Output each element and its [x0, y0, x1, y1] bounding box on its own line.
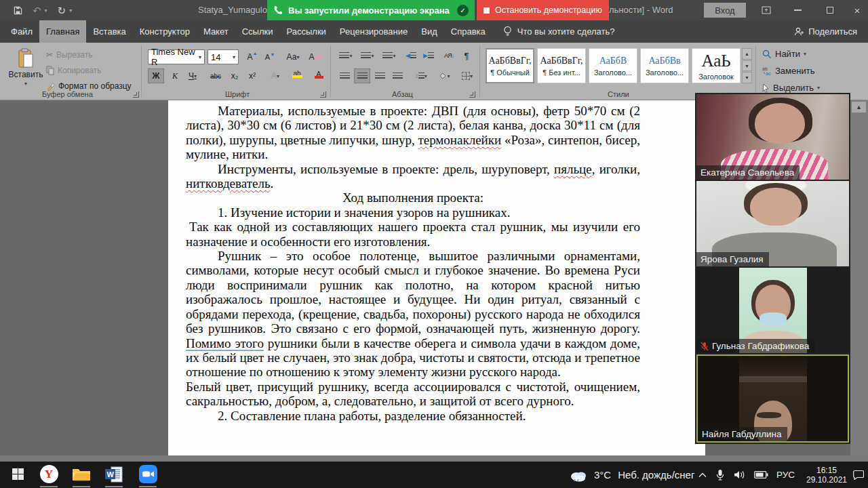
- font-color-button[interactable]: А: [311, 67, 327, 82]
- taskbar-word-button[interactable]: W: [100, 462, 127, 487]
- tell-me-assistant[interactable]: Что вы хотите сделать?: [503, 20, 615, 43]
- redo-icon[interactable]: ↻: [58, 5, 66, 16]
- tray-volume-button[interactable]: [734, 462, 745, 488]
- save-icon[interactable]: [14, 6, 22, 15]
- styles-scroll-up-icon[interactable]: ▲: [742, 48, 752, 60]
- font-dialog-launcher[interactable]: [320, 92, 326, 98]
- tab-справка[interactable]: Справка: [444, 20, 492, 43]
- style-card[interactable]: АаБбВвГг,¶ Обычный: [486, 48, 534, 83]
- styles-more-icon[interactable]: ▼: [742, 72, 752, 83]
- subscript-button[interactable]: x₂: [226, 68, 243, 83]
- tab-главная[interactable]: Главная: [39, 20, 86, 43]
- participant-video-tile[interactable]: Найля Габдуллина: [696, 354, 849, 443]
- minimize-button[interactable]: [785, 0, 810, 20]
- tab-вид[interactable]: Вид: [414, 20, 444, 43]
- document-paragraph[interactable]: Инструменты, используемые в проекте: дре…: [186, 162, 640, 191]
- replace-button[interactable]: abac Заменить: [762, 66, 814, 76]
- close-button[interactable]: ×: [845, 0, 868, 20]
- shrink-font-button[interactable]: А▼: [262, 49, 278, 64]
- tab-рецензирование[interactable]: Рецензирование: [333, 20, 414, 43]
- scroll-up-icon[interactable]: ▲: [852, 102, 866, 113]
- style-card[interactable]: АаБбВЗаголово...: [589, 48, 637, 83]
- document-paragraph[interactable]: Рушник – это особое полотенце, вышитое р…: [186, 249, 640, 380]
- show-marks-button[interactable]: ¶: [458, 48, 475, 63]
- sort-button[interactable]: АЯ↓: [441, 48, 457, 63]
- maximize-button[interactable]: [818, 0, 842, 20]
- font-size-combobox[interactable]: 14 ▾: [208, 49, 239, 64]
- taskbar-yandex-browser-button[interactable]: Y: [35, 462, 62, 487]
- justify-button[interactable]: [389, 68, 406, 83]
- bold-button[interactable]: Ж: [148, 68, 164, 83]
- align-center-button[interactable]: [354, 68, 370, 83]
- participant-video-tile[interactable]: Гульназ Габдрафикова: [696, 268, 849, 353]
- document-paragraph[interactable]: 1. Изучение истории и значения узоров на…: [186, 205, 640, 220]
- taskbar-file-explorer-button[interactable]: [68, 462, 95, 487]
- italic-button[interactable]: К: [167, 68, 183, 83]
- paragraph-dialog-launcher[interactable]: [469, 92, 475, 98]
- tab-рассылки[interactable]: Рассылки: [279, 20, 332, 43]
- customize-qat-icon[interactable]: ▾: [69, 7, 72, 14]
- increase-indent-button[interactable]: ▶: [420, 48, 437, 63]
- document-paragraph[interactable]: Ход выполнения проекта:: [186, 190, 640, 205]
- tray-battery-button[interactable]: [754, 462, 768, 488]
- document-paragraph[interactable]: Белый цвет, присущий рушнику, всегда асс…: [186, 380, 640, 409]
- change-case-button[interactable]: Аа▾: [282, 49, 304, 64]
- clock-widget[interactable]: 16:15 29.10.2021: [804, 462, 849, 488]
- select-button[interactable]: Выделить▾: [762, 83, 820, 93]
- line-spacing-button[interactable]: ↕▾: [411, 68, 431, 83]
- tray-expand-button[interactable]: [698, 462, 707, 488]
- tab-ссылки[interactable]: Ссылки: [235, 20, 280, 43]
- action-center-button[interactable]: [853, 462, 864, 488]
- weather-widget[interactable]: 3°C Неб. дождь/снег: [570, 462, 694, 488]
- styles-scrollbar[interactable]: ▲ ▼ ▼: [742, 48, 752, 83]
- paste-button[interactable]: Вставить ▾: [8, 48, 43, 87]
- undo-icon[interactable]: ↶: [33, 5, 41, 16]
- start-button[interactable]: [4, 462, 31, 487]
- participant-video-tile[interactable]: Ярова Гузалия: [696, 181, 849, 266]
- undo-dropdown-icon[interactable]: ▾: [45, 7, 47, 14]
- bullets-button[interactable]: ▾: [336, 48, 355, 63]
- align-left-button[interactable]: [336, 68, 353, 83]
- sign-in-button[interactable]: Вход: [704, 3, 746, 18]
- clear-formatting-button[interactable]: А: [307, 49, 323, 64]
- superscript-button[interactable]: x²: [244, 68, 260, 83]
- share-button[interactable]: Поделиться: [794, 20, 868, 43]
- document-paragraph[interactable]: Материалы, используемые в проекте: ДВП (…: [186, 104, 640, 162]
- clipboard-dialog-launcher[interactable]: [133, 92, 139, 98]
- taskbar-zoom-button[interactable]: [134, 462, 161, 487]
- shading-button[interactable]: ▾: [434, 68, 454, 83]
- document-paragraph[interactable]: Так как одной из составляющих нашего про…: [186, 220, 640, 249]
- style-card[interactable]: АаБбВвГг,¶ Без инт...: [537, 48, 586, 83]
- tab-макет[interactable]: Макет: [197, 20, 235, 43]
- numbering-button[interactable]: ▾: [358, 48, 377, 63]
- strikethrough-button[interactable]: abc: [208, 68, 224, 83]
- document-scrollbar[interactable]: ▲: [850, 100, 868, 455]
- style-card[interactable]: АаБбВвЗаголово...: [640, 48, 689, 83]
- tray-microphone-button[interactable]: [716, 462, 724, 488]
- tab-файл[interactable]: Файл: [4, 20, 39, 43]
- grow-font-button[interactable]: А▲: [244, 49, 260, 64]
- find-button[interactable]: Найти▾: [762, 49, 806, 59]
- participant-video-tile[interactable]: Екатерина Савельева: [696, 94, 849, 180]
- align-right-button[interactable]: [372, 68, 388, 83]
- cut-button[interactable]: ✂ Вырезать: [46, 50, 92, 60]
- format-painter-button[interactable]: Формат по образцу: [46, 81, 132, 91]
- font-family-combobox[interactable]: Times New R ▾: [148, 49, 205, 64]
- text-effects-button[interactable]: А▾: [267, 68, 283, 83]
- decrease-indent-button[interactable]: ◀: [403, 48, 419, 63]
- tab-конструктор[interactable]: Конструктор: [133, 20, 197, 43]
- borders-button[interactable]: ▾: [457, 68, 477, 83]
- stop-share-button[interactable]: Остановить демонстрацию: [477, 0, 609, 20]
- tab-вставка[interactable]: Вставка: [86, 20, 132, 43]
- ribbon-display-options-button[interactable]: [754, 0, 778, 20]
- highlight-color-button[interactable]: ab: [289, 67, 305, 82]
- language-indicator[interactable]: РУС: [776, 462, 795, 488]
- style-card[interactable]: АаЬЗаголовок: [692, 48, 741, 83]
- document-page[interactable]: Материалы, используемые в проекте: ДВП (…: [168, 100, 705, 455]
- styles-scroll-down-icon[interactable]: ▼: [742, 60, 752, 72]
- copy-button[interactable]: Копировать: [46, 66, 102, 75]
- document-paragraph[interactable]: 2. Составление плана работы, разделение …: [186, 409, 640, 423]
- multilevel-list-button[interactable]: ▾: [380, 48, 399, 63]
- font-family-dropdown-icon: ▾: [199, 54, 201, 60]
- underline-button[interactable]: Ч▾: [184, 68, 201, 83]
